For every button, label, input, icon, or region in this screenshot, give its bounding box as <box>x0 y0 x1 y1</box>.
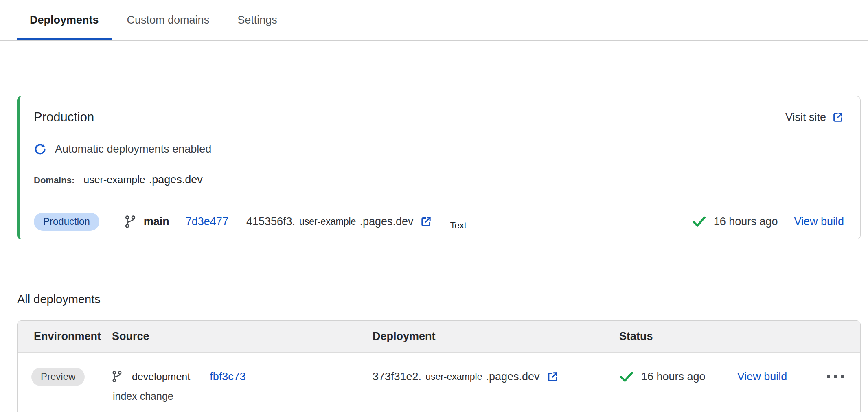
deployments-table: Environment Source Deployment Status Pre… <box>17 320 861 412</box>
domain-suffix: .pages.dev <box>149 173 203 186</box>
production-card-info: Production Visit site Automat <box>20 96 860 186</box>
column-header-deployment: Deployment <box>373 330 619 343</box>
visit-site-label: Visit site <box>785 111 826 124</box>
column-header-source: Source <box>112 330 373 343</box>
deployment-url-name: user-example <box>425 371 482 382</box>
git-branch-icon <box>112 370 122 383</box>
branch-name: main <box>144 215 169 228</box>
column-header-environment: Environment <box>34 330 112 343</box>
deployment-time: 16 hours ago <box>641 370 706 383</box>
deployment-url-name: user-example <box>299 216 356 227</box>
external-link-icon[interactable] <box>420 215 432 228</box>
table-header-row: Environment Source Deployment Status <box>18 321 860 353</box>
commit-message: index change <box>113 390 373 402</box>
tab-custom-domains[interactable]: Custom domains <box>114 0 222 40</box>
deployment-url-prefix: 373f31e2. <box>373 370 421 383</box>
branch-name: development <box>132 371 190 383</box>
tab-deployments[interactable]: Deployments <box>17 0 112 40</box>
view-build-link[interactable]: View build <box>794 215 844 228</box>
deployment-url-prefix: 415356f3. <box>246 215 295 228</box>
deployment-url-suffix: .pages.dev <box>359 215 413 228</box>
view-build-link[interactable]: View build <box>737 370 787 383</box>
deployment-time: 16 hours ago <box>714 215 778 228</box>
production-title: Production <box>34 110 94 125</box>
environment-badge: Production <box>34 213 99 231</box>
tab-settings[interactable]: Settings <box>225 0 290 40</box>
commit-hash-link[interactable]: 7d3e477 <box>186 215 228 228</box>
refresh-icon <box>34 143 46 156</box>
production-deployment-row: Production main 7d3e477 415356f3. user-e… <box>20 204 860 239</box>
deployment-url-link[interactable]: 373f31e2. user-example .pages.dev <box>373 370 559 383</box>
text-note: Text <box>450 220 466 231</box>
domains-row: Domains: user-example .pages.dev <box>34 173 844 186</box>
external-link-icon[interactable] <box>832 111 844 123</box>
all-deployments-title: All deployments <box>17 293 868 306</box>
production-card: Production Visit site Automat <box>17 96 861 239</box>
deployment-row: Preview development fbf3c73 index change <box>18 353 860 412</box>
column-header-status: Status <box>619 330 860 343</box>
commit-hash-link[interactable]: fbf3c73 <box>210 370 246 383</box>
more-options-icon[interactable] <box>826 373 845 381</box>
deployment-url-link[interactable]: 415356f3. user-example .pages.dev <box>246 215 433 228</box>
external-link-icon[interactable] <box>546 370 559 383</box>
automatic-deployments-status: Automatic deployments enabled <box>34 143 844 156</box>
tab-bar: Deployments Custom domains Settings <box>0 0 868 41</box>
domain-name: user-example <box>83 174 145 186</box>
git-branch-icon <box>125 215 136 228</box>
deployment-url-suffix: .pages.dev <box>486 370 539 383</box>
automatic-deployments-text: Automatic deployments enabled <box>55 143 211 156</box>
environment-badge: Preview <box>31 368 85 386</box>
visit-site-link[interactable]: Visit site <box>785 111 844 124</box>
domains-label: Domains: <box>34 175 75 186</box>
check-icon <box>692 215 706 228</box>
check-icon <box>619 370 634 383</box>
